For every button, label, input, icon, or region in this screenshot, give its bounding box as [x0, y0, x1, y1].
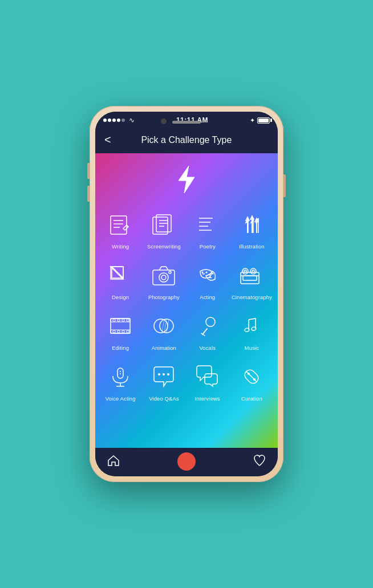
speaker — [172, 121, 201, 124]
category-writing[interactable]: Writing — [99, 203, 142, 254]
animation-icon — [148, 311, 179, 341]
svg-rect-0 — [111, 216, 127, 234]
category-voice-acting[interactable]: Voice Acting — [99, 356, 142, 406]
video-qas-label: Video Q&As — [149, 395, 179, 402]
interviews-label: Interviews — [195, 395, 220, 402]
lightning-header — [176, 153, 197, 203]
svg-point-27 — [169, 271, 171, 273]
category-cinematography[interactable]: Cinematography — [229, 254, 274, 305]
category-photography[interactable]: Photography — [142, 254, 185, 305]
svg-marker-23 — [111, 267, 123, 279]
category-music[interactable]: Music — [229, 305, 274, 356]
svg-rect-43 — [117, 319, 120, 321]
back-button[interactable]: < — [104, 132, 116, 148]
svg-point-55 — [206, 317, 215, 326]
svg-rect-42 — [113, 319, 115, 321]
svg-point-33 — [242, 268, 248, 274]
record-button[interactable] — [177, 452, 196, 471]
design-icon — [105, 260, 136, 291]
editing-label: Editing — [112, 345, 129, 351]
animation-label: Animation — [152, 345, 176, 351]
svg-point-31 — [212, 273, 213, 275]
acting-icon — [192, 260, 223, 291]
svg-point-29 — [205, 272, 207, 273]
acting-label: Acting — [200, 294, 215, 300]
signal-dot-4 — [117, 119, 120, 122]
front-camera — [161, 119, 167, 124]
cinematography-label: Cinematography — [232, 294, 272, 300]
svg-rect-46 — [117, 330, 120, 333]
power-button[interactable] — [283, 174, 286, 197]
signal-strength — [103, 119, 125, 122]
svg-rect-47 — [122, 330, 124, 333]
phone-frame: ∿ 11:11 AM ✦ < Pick a Challenge Type — [90, 106, 283, 482]
category-editing[interactable]: Editing — [99, 305, 142, 356]
svg-rect-44 — [122, 319, 124, 321]
svg-rect-45 — [113, 330, 115, 333]
svg-point-35 — [250, 268, 256, 274]
heart-button[interactable] — [253, 454, 266, 470]
editing-icon — [105, 311, 136, 341]
vocals-label: Vocals — [199, 345, 216, 351]
photography-label: Photography — [148, 294, 180, 300]
svg-rect-32 — [241, 272, 259, 284]
category-acting[interactable]: Acting — [186, 254, 229, 305]
svg-point-71 — [253, 378, 256, 381]
interviews-icon — [192, 361, 223, 392]
category-design[interactable]: Design — [99, 254, 142, 305]
category-interviews[interactable]: Interviews — [186, 356, 229, 406]
video-qas-icon — [148, 361, 179, 392]
illustration-icon — [236, 209, 267, 240]
svg-rect-49 — [127, 330, 129, 333]
svg-point-67 — [167, 373, 169, 375]
svg-point-66 — [163, 373, 165, 375]
music-label: Music — [245, 345, 259, 351]
categories-grid: Writing Scree — [95, 203, 278, 406]
screen: ∿ 11:11 AM ✦ < Pick a Challenge Type — [95, 112, 278, 476]
category-vocals[interactable]: Vocals — [186, 305, 229, 356]
svg-point-59 — [252, 326, 257, 331]
bottom-nav — [95, 448, 278, 476]
svg-point-25 — [159, 273, 168, 282]
category-curation[interactable]: Curation — [229, 356, 274, 406]
writing-icon — [105, 209, 136, 240]
category-animation[interactable]: Animation — [142, 305, 185, 356]
status-left: ∿ — [103, 116, 135, 124]
signal-dot-1 — [103, 119, 107, 122]
svg-rect-48 — [127, 319, 129, 321]
illustration-label: Illustration — [239, 243, 265, 250]
svg-line-54 — [167, 320, 169, 332]
home-button[interactable] — [107, 454, 120, 470]
svg-point-26 — [161, 275, 166, 280]
category-poetry[interactable]: Poetry — [186, 203, 229, 254]
svg-point-58 — [245, 328, 250, 332]
poetry-label: Poetry — [200, 243, 216, 250]
screenwriting-icon — [148, 209, 179, 240]
photography-icon — [148, 260, 179, 291]
voice-acting-icon — [105, 361, 136, 392]
design-label: Design — [112, 294, 129, 300]
volume-up-button[interactable] — [87, 163, 90, 179]
curation-label: Curation — [241, 395, 262, 402]
battery-icon — [257, 117, 270, 124]
wifi-icon: ∿ — [129, 116, 135, 124]
signal-dot-2 — [108, 119, 111, 122]
category-screenwriting[interactable]: Screenwriting — [142, 203, 185, 254]
svg-point-28 — [201, 272, 203, 273]
poetry-icon — [192, 209, 223, 240]
svg-rect-37 — [243, 276, 257, 280]
battery-fill — [258, 119, 269, 122]
volume-down-button[interactable] — [87, 186, 90, 202]
svg-point-30 — [208, 274, 210, 276]
category-illustration[interactable]: Illustration — [229, 203, 274, 254]
bluetooth-icon: ✦ — [250, 117, 255, 124]
page-title: Pick a Challenge Type — [116, 135, 257, 145]
music-icon — [236, 311, 267, 341]
screenwriting-label: Screenwriting — [147, 243, 181, 250]
svg-rect-39 — [111, 318, 130, 333]
category-video-qas[interactable]: Video Q&As — [142, 356, 185, 406]
signal-dot-5 — [121, 119, 125, 122]
status-right: ✦ — [250, 117, 270, 124]
writing-label: Writing — [112, 243, 129, 250]
signal-dot-3 — [112, 119, 116, 122]
